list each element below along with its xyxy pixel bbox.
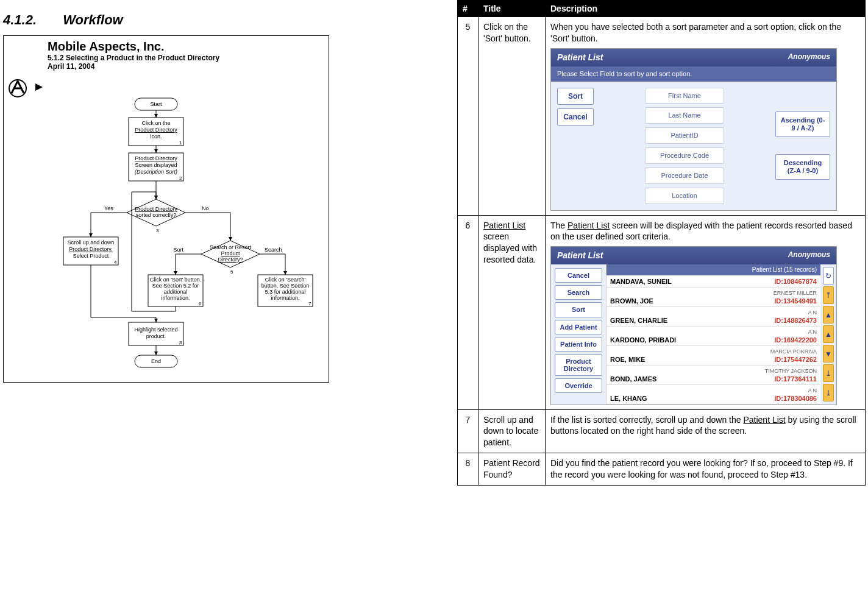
svg-text:Search: Search [265, 247, 282, 253]
svg-text:No: No [202, 205, 209, 211]
flowchart-svg: .box { fill:#fff; stroke:#000; stroke-wi… [4, 91, 329, 383]
col-desc: Description [546, 1, 866, 17]
svg-text:Highlight selected: Highlight selected [134, 327, 177, 333]
table-row: 6Patient List screen displayed with reso… [458, 215, 866, 409]
svg-text:Product Directory: Product Directory [135, 127, 177, 133]
svg-text:Click on the: Click on the [141, 120, 170, 126]
patient-row: TIMOTHY JACKSON BOND, JAMESID:177364111 [607, 366, 820, 385]
shot-button: Search [555, 285, 602, 300]
sort-field-option: Procedure Code [645, 147, 724, 164]
scroll-button: ↻ [823, 267, 834, 285]
svg-text:Select Product: Select Product [73, 253, 109, 259]
svg-text:Start: Start [150, 101, 162, 107]
scroll-button: ▲ [823, 325, 834, 343]
heading-number: 4.1.2. [3, 12, 59, 28]
sort-field-option: Location [645, 188, 724, 204]
scroll-button: ▼ [823, 345, 834, 362]
flowchart-container: Mobile Aspects, Inc. 5.1.2 Selecting a P… [3, 35, 329, 383]
svg-text:Product Directory: Product Directory [135, 206, 177, 212]
svg-text:information.: information. [271, 295, 299, 301]
svg-text:3: 3 [156, 228, 159, 233]
shot-button: Product Directory [555, 354, 602, 376]
svg-text:8: 8 [179, 340, 182, 345]
svg-text:button.  See Section: button. See Section [261, 283, 310, 289]
svg-text:See Section 5.2 for: See Section 5.2 for [152, 283, 199, 289]
svg-text:Product: Product [221, 250, 240, 256]
patient-row: MANDAVA, SUNEILID:108467874 [607, 275, 820, 288]
patient-row: A N LE, KHANGID:178304086 [607, 385, 820, 405]
svg-text:Search or Resort: Search or Resort [210, 244, 252, 250]
svg-text:(Description Sort): (Description Sort) [135, 169, 177, 175]
svg-text:Click on 'Sort' button.: Click on 'Sort' button. [150, 277, 201, 283]
svg-text:Product Directory.: Product Directory. [69, 246, 112, 252]
sort-field-option: First Name [645, 88, 724, 104]
shot-button: Override [555, 378, 602, 393]
col-title: Title [478, 1, 546, 17]
svg-text:Scroll up and down: Scroll up and down [68, 239, 115, 246]
svg-text:Yes: Yes [104, 205, 113, 211]
svg-text:icon.: icon. [150, 133, 162, 140]
svg-text:information.: information. [161, 295, 190, 301]
sort-field-option: PatientID [645, 127, 724, 144]
patient-row: MARCIA POKRIVA ROE, MIKEID:175447262 [607, 346, 820, 366]
scroll-button: ⤓ [823, 384, 834, 401]
svg-text:Sort: Sort [173, 247, 183, 253]
svg-text:2: 2 [179, 175, 182, 181]
scroll-button: ▲ [823, 306, 834, 324]
steps-table: # Title Description 5Click on the 'Sort'… [457, 0, 866, 486]
svg-text:Screen displayed: Screen displayed [135, 162, 177, 168]
patient-row: A N KARDONO, PRIBADIID:169422200 [607, 327, 820, 346]
heading-title: Workflow [63, 12, 123, 27]
shot-button: Cancel [557, 108, 594, 126]
svg-text:1: 1 [179, 140, 182, 146]
svg-text:6: 6 [199, 301, 202, 306]
patient-list-screenshot: Patient ListAnonymous CancelSearchSortAd… [550, 246, 837, 405]
table-row: 5Click on the 'Sort' button.When you hav… [458, 17, 866, 216]
table-row: 8Patient Record Found?Did you find the p… [458, 453, 866, 486]
svg-text:Directory?: Directory? [218, 256, 243, 263]
patient-row: ERNEST MILLER BROWN, JOEID:134549491 [607, 288, 820, 307]
svg-text:product.: product. [146, 333, 166, 339]
col-num: # [458, 1, 478, 17]
svg-marker-1 [35, 83, 43, 91]
sort-field-option: Procedure Date [645, 168, 724, 184]
svg-text:Product Directory: Product Directory [135, 155, 177, 161]
svg-text:End: End [151, 358, 161, 364]
sort-field-option: Last Name [645, 107, 724, 124]
svg-text:5: 5 [230, 269, 233, 275]
shot-button: Sort [557, 88, 594, 105]
svg-text:Click on 'Search': Click on 'Search' [265, 277, 306, 283]
shot-button: Patient Info [555, 337, 602, 352]
section-heading: 4.1.2. Workflow [3, 12, 442, 28]
svg-text:sorted correctly?: sorted correctly? [136, 212, 177, 218]
arrow-right-icon [35, 83, 46, 91]
sort-screenshot: Patient ListAnonymous Please Select Fiel… [550, 48, 837, 211]
svg-text:additional: additional [164, 289, 188, 295]
shot-button: Add Patient [555, 320, 602, 334]
table-row: 7Scroll up and down to locate patient.If… [458, 409, 866, 453]
svg-text:4: 4 [114, 260, 117, 265]
svg-text:5.3 for additional: 5.3 for additional [265, 289, 306, 295]
flowchart-date: April 11, 2004 [48, 62, 324, 71]
scroll-button: ⤒ [823, 286, 834, 304]
shot-button: Cancel [555, 268, 602, 283]
svg-text:7: 7 [308, 301, 311, 306]
scroll-button: ⤓ [823, 364, 834, 382]
patient-row: A N GREEN, CHARLIEID:148826473 [607, 307, 820, 327]
flowchart-company: Mobile Aspects, Inc. [48, 40, 324, 54]
flowchart-subtitle: 5.1.2 Selecting a Product in the Product… [48, 54, 324, 62]
shot-button: Sort [555, 302, 602, 317]
